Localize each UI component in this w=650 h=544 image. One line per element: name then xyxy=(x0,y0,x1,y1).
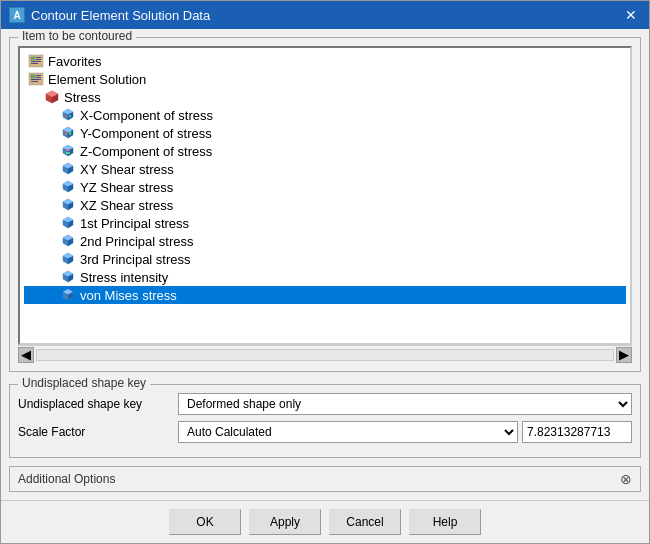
stress-icon xyxy=(44,89,60,105)
dialog-body: Item to be contoured xyxy=(1,29,649,500)
z-component-icon xyxy=(60,143,76,159)
item-to-contour-group: Item to be contoured xyxy=(9,37,641,372)
svg-rect-8 xyxy=(36,75,41,76)
svg-rect-2 xyxy=(36,57,41,58)
svg-rect-10 xyxy=(31,79,41,80)
scroll-left-btn[interactable]: ◀ xyxy=(18,347,34,363)
svg-rect-27 xyxy=(69,131,71,135)
xz-shear-label: XZ Shear stress xyxy=(80,198,173,213)
svg-rect-3 xyxy=(36,59,41,60)
svg-rect-20 xyxy=(65,115,67,117)
undisplaced-shape-key-group: Undisplaced shape key Undisplaced shape … xyxy=(9,384,641,458)
shape-key-row: Undisplaced shape key Deformed shape onl… xyxy=(18,393,632,415)
tree-item-xz-shear[interactable]: XZ Shear stress xyxy=(24,196,626,214)
1st-principal-icon xyxy=(60,215,76,231)
dialog-title: Contour Element Solution Data xyxy=(31,8,210,23)
shape-key-label: Undisplaced shape key xyxy=(18,397,178,411)
undisplaced-group-label: Undisplaced shape key xyxy=(18,376,150,390)
x-component-label: X-Component of stress xyxy=(80,108,213,123)
tree-item-x-component[interactable]: X-Component of stress xyxy=(24,106,626,124)
svg-rect-5 xyxy=(31,63,38,64)
scale-factor-input[interactable] xyxy=(522,421,632,443)
title-bar-left: A Contour Element Solution Data xyxy=(9,7,210,23)
help-button[interactable]: Help xyxy=(409,509,481,535)
app-icon: A xyxy=(9,7,25,23)
dialog-footer: OK Apply Cancel Help xyxy=(1,500,649,543)
scale-factor-control: Auto Calculated Manual xyxy=(178,421,632,443)
ok-button[interactable]: OK xyxy=(169,509,241,535)
stress-label: Stress xyxy=(64,90,101,105)
shape-key-control: Deformed shape only Undeformed shape Bot… xyxy=(178,393,632,415)
stress-intensity-icon xyxy=(60,269,76,285)
stress-intensity-label: Stress intensity xyxy=(80,270,168,285)
xy-shear-icon xyxy=(60,161,76,177)
tree-item-stress[interactable]: Stress xyxy=(24,88,626,106)
additional-options-label: Additional Options xyxy=(18,472,115,486)
tree-item-element-solution[interactable]: Element Solution xyxy=(24,70,626,88)
xz-shear-icon xyxy=(60,197,76,213)
shape-key-dropdown[interactable]: Deformed shape only Undeformed shape Bot… xyxy=(178,393,632,415)
svg-rect-1 xyxy=(31,57,35,60)
title-bar: A Contour Element Solution Data ✕ xyxy=(1,1,649,29)
yz-shear-icon xyxy=(60,179,76,195)
yz-shear-label: YZ Shear stress xyxy=(80,180,173,195)
z-component-label: Z-Component of stress xyxy=(80,144,212,159)
1st-principal-label: 1st Principal stress xyxy=(80,216,189,231)
tree-item-1st-principal[interactable]: 1st Principal stress xyxy=(24,214,626,232)
element-solution-label: Element Solution xyxy=(48,72,146,87)
tree-item-stress-intensity[interactable]: Stress intensity xyxy=(24,268,626,286)
scale-factor-dropdown[interactable]: Auto Calculated Manual xyxy=(178,421,518,443)
favorites-icon xyxy=(28,53,44,69)
2nd-principal-icon xyxy=(60,233,76,249)
svg-rect-32 xyxy=(66,149,70,151)
tree-item-z-component[interactable]: Z-Component of stress xyxy=(24,142,626,160)
3rd-principal-icon xyxy=(60,251,76,267)
y-component-icon xyxy=(60,125,76,141)
scroll-track[interactable] xyxy=(36,349,614,361)
y-component-label: Y-Component of stress xyxy=(80,126,212,141)
tree-box[interactable]: Favorites xyxy=(18,46,632,345)
svg-rect-26 xyxy=(65,131,67,135)
scroll-right-btn[interactable]: ▶ xyxy=(616,347,632,363)
close-button[interactable]: ✕ xyxy=(621,5,641,25)
tree-scroll[interactable]: Favorites xyxy=(24,52,626,339)
tree-item-yz-shear[interactable]: YZ Shear stress xyxy=(24,178,626,196)
tree-item-2nd-principal[interactable]: 2nd Principal stress xyxy=(24,232,626,250)
additional-options-section[interactable]: Additional Options ⊗ xyxy=(9,466,641,492)
horizontal-scroll-bar[interactable]: ◀ ▶ xyxy=(18,345,632,363)
cancel-button[interactable]: Cancel xyxy=(329,509,401,535)
tree-item-von-mises[interactable]: von Mises stress xyxy=(24,286,626,304)
2nd-principal-label: 2nd Principal stress xyxy=(80,234,193,249)
svg-rect-7 xyxy=(31,75,35,78)
element-solution-icon xyxy=(28,71,44,87)
scale-factor-label: Scale Factor xyxy=(18,425,178,439)
svg-rect-9 xyxy=(36,77,41,78)
svg-rect-21 xyxy=(69,115,71,117)
apply-button[interactable]: Apply xyxy=(249,509,321,535)
svg-rect-11 xyxy=(31,81,38,82)
xy-shear-label: XY Shear stress xyxy=(80,162,174,177)
svg-rect-33 xyxy=(66,152,70,154)
item-to-contour-label: Item to be contoured xyxy=(18,29,136,43)
contour-element-solution-dialog: A Contour Element Solution Data ✕ Item t… xyxy=(0,0,650,544)
svg-rect-4 xyxy=(31,61,41,62)
favorites-label: Favorites xyxy=(48,54,101,69)
tree-item-xy-shear[interactable]: XY Shear stress xyxy=(24,160,626,178)
x-component-icon xyxy=(60,107,76,123)
3rd-principal-label: 3rd Principal stress xyxy=(80,252,191,267)
collapse-icon[interactable]: ⊗ xyxy=(620,471,632,487)
tree-item-favorites[interactable]: Favorites xyxy=(24,52,626,70)
scale-factor-row: Scale Factor Auto Calculated Manual xyxy=(18,421,632,443)
von-mises-label: von Mises stress xyxy=(80,288,177,303)
tree-item-y-component[interactable]: Y-Component of stress xyxy=(24,124,626,142)
tree-item-3rd-principal[interactable]: 3rd Principal stress xyxy=(24,250,626,268)
von-mises-icon xyxy=(60,287,76,303)
